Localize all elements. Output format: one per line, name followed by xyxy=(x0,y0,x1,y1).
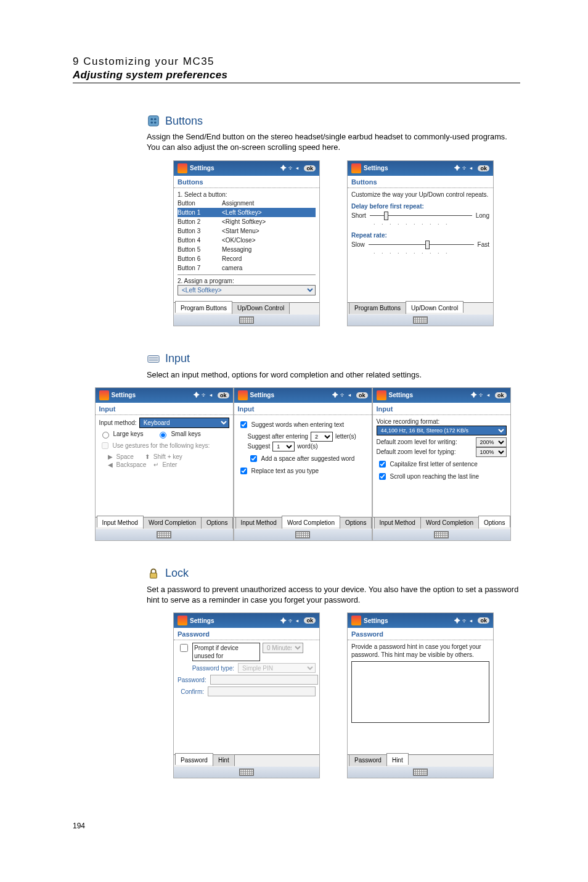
words-select[interactable]: 1 xyxy=(272,442,295,451)
button-row[interactable]: Button 6Record xyxy=(178,254,316,263)
col-button: Button xyxy=(178,199,222,207)
suggest-words-checkbox[interactable] xyxy=(240,421,247,428)
sip-keyboard-icon[interactable] xyxy=(434,531,449,538)
capitalize-checkbox[interactable] xyxy=(379,461,386,468)
screen-header: Input xyxy=(96,403,233,415)
tab-program-buttons[interactable]: Program Buttons xyxy=(349,302,406,314)
gestures-label: Use gestures for the following keys: xyxy=(113,442,210,450)
screenshot-buttons-updown: Settings ✦ ᯤ ◀ ok Buttons Customize the … xyxy=(347,160,494,326)
tab-updown-control[interactable]: Up/Down Control xyxy=(406,301,463,313)
tab-input-method[interactable]: Input Method xyxy=(97,516,144,527)
button-row[interactable]: Button 3<Start Menu> xyxy=(178,226,316,236)
zoom-typing-label: Default zoom level for typing: xyxy=(377,448,473,456)
screen-header: Password xyxy=(348,628,493,640)
svg-point-2 xyxy=(154,118,157,120)
ok-button[interactable]: ok xyxy=(304,165,316,171)
ok-button[interactable]: ok xyxy=(495,392,507,398)
fast-label: Fast xyxy=(478,241,489,249)
button-row[interactable]: Button 1<Left Softkey> xyxy=(178,208,316,217)
tab-program-buttons[interactable]: Program Buttons xyxy=(175,301,232,313)
tab-word-completion[interactable]: Word Completion xyxy=(143,517,202,529)
step-label: 2. Assign a program: xyxy=(178,277,316,285)
section-desc-lock: Set a password to prevent unauthorized a… xyxy=(147,584,520,606)
duration-select[interactable]: 0 Minutes xyxy=(263,643,303,653)
svg-point-4 xyxy=(154,122,157,124)
tab-options[interactable]: Options xyxy=(478,516,510,527)
tab-hint[interactable]: Hint xyxy=(213,754,235,766)
info-text: Customize the way your Up/Down control r… xyxy=(351,191,489,199)
screenshot-buttons-program: Settings ✦ ᯤ ◀ ok Buttons 1. Select a bu… xyxy=(173,160,320,326)
svg-rect-0 xyxy=(149,116,159,126)
enter-label: Enter xyxy=(162,461,177,469)
tab-input-method[interactable]: Input Method xyxy=(374,517,421,529)
screen-header: Input xyxy=(234,403,372,415)
tab-options[interactable]: Options xyxy=(201,517,233,529)
add-space-label: Add a space after suggested word xyxy=(261,455,355,463)
titlebar-text: Settings xyxy=(250,392,274,398)
button-row[interactable]: Button 5Messaging xyxy=(178,245,316,254)
zoom-typing-select[interactable]: 100% xyxy=(476,447,507,457)
hint-textarea[interactable] xyxy=(351,661,489,723)
letters-select[interactable]: 2 xyxy=(311,432,333,442)
screenshot-password: Settings✦ ᯤ ◀ok Password Prompt if devic… xyxy=(173,612,320,778)
tab-password[interactable]: Password xyxy=(349,754,387,766)
button-row[interactable]: Button 4<OK/Close> xyxy=(178,236,316,245)
titlebar-text: Settings xyxy=(112,392,136,398)
start-flag-icon xyxy=(178,616,187,625)
add-space-checkbox[interactable] xyxy=(250,455,257,462)
zoom-writing-select[interactable]: 200% xyxy=(476,437,507,447)
password-type-select[interactable]: Simple PIN xyxy=(238,663,316,673)
voice-format-label: Voice recording format: xyxy=(377,418,507,426)
titlebar-text: Settings xyxy=(190,617,214,624)
small-keys-radio[interactable] xyxy=(160,432,166,439)
gestures-checkbox[interactable] xyxy=(102,442,108,449)
password-field[interactable] xyxy=(210,675,318,685)
chapter-number-title: 9 Customizing your MC35 xyxy=(73,56,520,68)
sip-keyboard-icon[interactable] xyxy=(413,316,428,324)
voice-format-select[interactable]: 44,100 Hz, 16 Bit, Stereo (172 KB/s xyxy=(377,426,507,435)
tab-password[interactable]: Password xyxy=(175,753,213,765)
tab-input-method[interactable]: Input Method xyxy=(235,517,282,529)
tab-options[interactable]: Options xyxy=(340,517,372,529)
repeat-slider[interactable] xyxy=(369,242,474,247)
tab-word-completion[interactable]: Word Completion xyxy=(282,516,340,527)
start-flag-icon xyxy=(377,390,386,400)
ok-button[interactable]: ok xyxy=(478,165,489,171)
sip-keyboard-icon[interactable] xyxy=(295,531,310,538)
confirm-field[interactable] xyxy=(208,686,316,696)
ok-button[interactable]: ok xyxy=(304,617,316,624)
delay-slider[interactable] xyxy=(370,213,472,218)
section-title-input: Input xyxy=(165,352,190,365)
password-label: Password: xyxy=(178,676,206,684)
svg-rect-5 xyxy=(148,355,159,362)
buttons-icon xyxy=(147,114,160,128)
screenshot-password-hint: Settings✦ ᯤ ◀ok Password Provide a passw… xyxy=(347,612,494,778)
button-row[interactable]: Button 2<Right Softkey> xyxy=(178,217,316,226)
input-icon xyxy=(147,352,160,366)
sip-keyboard-icon[interactable] xyxy=(239,316,254,324)
ok-button[interactable]: ok xyxy=(356,392,368,398)
prompt-unused-checkbox[interactable] xyxy=(180,644,188,652)
large-keys-radio[interactable] xyxy=(102,432,109,439)
large-keys-label: Large keys xyxy=(113,430,144,438)
sip-keyboard-icon[interactable] xyxy=(157,531,171,538)
scroll-checkbox[interactable] xyxy=(379,473,386,480)
small-keys-label: Small keys xyxy=(171,430,200,438)
signal-icon: ✦ ᯤ ◀ xyxy=(454,617,473,624)
scroll-label: Scroll upon reaching the last line xyxy=(390,472,480,480)
tab-word-completion[interactable]: Word Completion xyxy=(420,517,479,529)
ok-button[interactable]: ok xyxy=(218,392,229,398)
button-row[interactable]: Button 7camera xyxy=(178,263,316,273)
input-method-select[interactable]: Keyboard xyxy=(139,418,229,428)
sip-keyboard-icon[interactable] xyxy=(413,769,428,776)
tab-hint[interactable]: Hint xyxy=(386,753,409,765)
assign-program-select[interactable]: <Left Softkey> xyxy=(178,285,316,295)
sip-keyboard-icon[interactable] xyxy=(239,769,254,776)
tab-updown-control[interactable]: Up/Down Control xyxy=(232,302,290,314)
ok-button[interactable]: ok xyxy=(478,617,489,624)
signal-icon: ✦ ᯤ ◀ xyxy=(194,392,213,398)
zoom-writing-label: Default zoom level for writing: xyxy=(377,438,473,446)
input-method-label: Input method: xyxy=(99,419,137,427)
screenshot-word-completion: Settings✦ ᯤ ◀ok Input Suggest words when… xyxy=(234,387,372,541)
replace-text-checkbox[interactable] xyxy=(240,468,247,474)
